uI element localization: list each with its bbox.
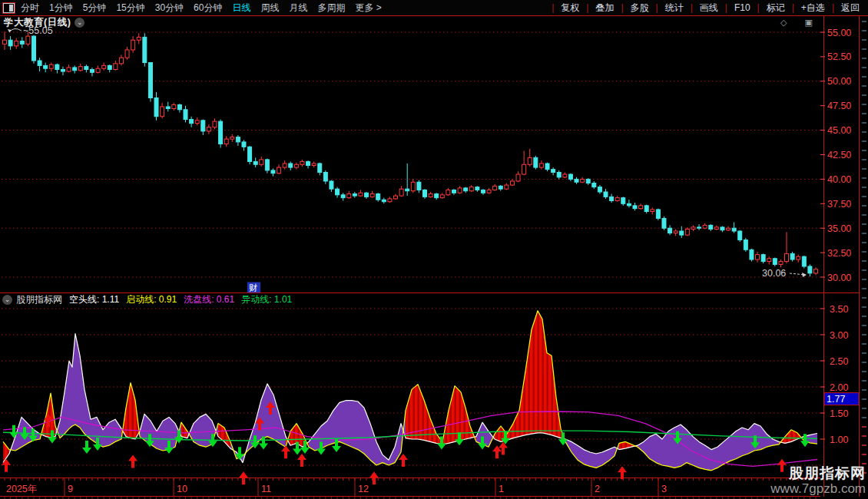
indicator-values: 空头线: 1.11启动线: 0.91洗盘线: 0.61异动线: 1.01 — [69, 293, 299, 306]
price-axis-labels: 55.0052.5050.0047.5045.0042.5040.0037.50… — [820, 28, 851, 283]
indicator-value-启动线: 启动线: 0.91 — [126, 294, 177, 305]
svg-text:32.50: 32.50 — [827, 248, 851, 259]
trading-app-window: 分时1分钟5分钟15分钟30分钟60分钟日线周线月线多周期更多 > |复权|叠加… — [0, 0, 868, 499]
svg-text:30.00: 30.00 — [827, 273, 851, 283]
axis-month-label: 9 — [68, 484, 73, 494]
svg-text:财: 财 — [249, 283, 258, 292]
indicator-axis-labels: 3.503.002.502.001.501.00 — [820, 304, 848, 445]
indicator-collapse-icon[interactable]: ⌄ — [2, 295, 12, 305]
axis-month-label: 3 — [661, 484, 667, 494]
axis-month-label: 2 — [595, 484, 600, 494]
axis-month-label: 1 — [499, 484, 504, 494]
svg-text:1.00: 1.00 — [830, 435, 848, 445]
svg-text:2.50: 2.50 — [830, 356, 848, 367]
indicator-value-洗盘线: 洗盘线: 0.61 — [184, 294, 234, 305]
svg-text:45.00: 45.00 — [827, 125, 851, 136]
svg-text:37.50: 37.50 — [827, 199, 851, 210]
svg-text:42.50: 42.50 — [827, 150, 851, 160]
axis-month-label: 10 — [177, 484, 187, 494]
axis-month-label: 12 — [358, 484, 369, 494]
date-axis: 2025年9101112123 — [5, 478, 816, 499]
indicator-value-异动线: 异动线: 1.01 — [241, 294, 292, 305]
event-marker[interactable]: 财 — [247, 283, 260, 293]
svg-text:50.00: 50.00 — [827, 76, 851, 87]
svg-text:2.00: 2.00 — [830, 382, 848, 393]
svg-text:3.50: 3.50 — [830, 304, 848, 315]
svg-text:47.50: 47.50 — [827, 101, 851, 111]
svg-text:40.00: 40.00 — [827, 174, 851, 185]
watermark-url: www.7gpzb.com — [770, 482, 866, 497]
candlestick-series — [3, 31, 818, 276]
price-gridlines — [2, 32, 820, 277]
indicator-value-空头线: 空头线: 1.11 — [69, 294, 119, 305]
watermark: 股朋指标网 www.7gpzb.com — [770, 466, 866, 497]
indicator-name[interactable]: 股朋指标网 — [16, 293, 62, 306]
svg-text:52.50: 52.50 — [827, 51, 851, 62]
high-annotation: ~55.05 — [23, 25, 53, 36]
chart-canvas[interactable]: 55.0052.5050.0047.5045.0042.5040.0037.50… — [0, 0, 868, 499]
svg-text:35.00: 35.00 — [827, 223, 851, 234]
svg-text:55.00: 55.00 — [827, 28, 851, 38]
axis-month-label: 11 — [261, 484, 271, 494]
svg-text:1.77: 1.77 — [827, 394, 845, 405]
watermark-name: 股朋指标网 — [770, 466, 866, 482]
low-annotation: 30.06 — [762, 268, 786, 279]
indicator-header: ⌄ 股朋指标网 空头线: 1.11启动线: 0.91洗盘线: 0.61异动线: … — [2, 294, 306, 306]
right-edge-strip — [862, 21, 866, 473]
axis-value-badge: 1.77 — [824, 393, 859, 405]
price-annotations: ~55.0530.06 — [8, 25, 807, 279]
svg-text:1.50: 1.50 — [830, 408, 848, 419]
axis-year-label: 2025年 — [6, 484, 37, 494]
svg-text:3.00: 3.00 — [830, 330, 848, 341]
